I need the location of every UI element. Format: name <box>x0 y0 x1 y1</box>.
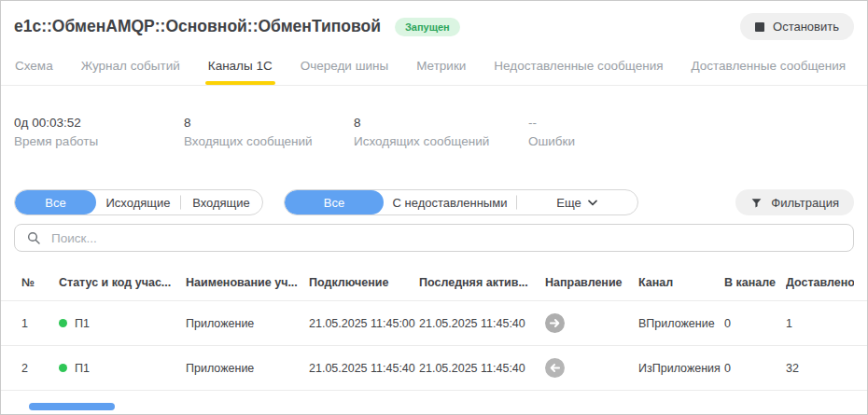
row-status: П1 <box>59 362 186 375</box>
stat-outgoing-value: 8 <box>354 116 528 131</box>
delivery-filter-all[interactable]: Все <box>285 190 384 214</box>
direction-icon <box>545 358 638 378</box>
delivery-filter-undelivered[interactable]: С недоставленными <box>384 190 516 214</box>
col-status-code[interactable]: Статус и код учас... <box>59 276 186 289</box>
table-row[interactable]: 1 П1 Приложение 21.05.2025 11:45:00 21.0… <box>1 301 867 346</box>
stat-incoming-value: 8 <box>184 116 354 131</box>
arrow-left-circle-icon <box>545 358 565 378</box>
participant-code: П1 <box>75 362 90 375</box>
col-delivered[interactable]: Доставлено <box>786 276 854 289</box>
stop-button-label: Остановить <box>773 20 839 34</box>
search-box <box>14 224 854 252</box>
participant-code: П1 <box>75 317 90 330</box>
col-name[interactable]: Наименование уч... <box>186 276 309 289</box>
status-dot-icon <box>59 364 67 372</box>
channel-name: ИзПриложения <box>638 362 724 375</box>
delivery-filter-more[interactable]: Еще <box>516 190 637 214</box>
stat-outgoing-label: Исходящих сообщений <box>354 134 528 149</box>
status-badge: Запущен <box>395 18 460 36</box>
delivery-filter-more-label: Еще <box>556 196 581 210</box>
title-wrap: e1c::ОбменAMQP::Основной::ОбменТиповой З… <box>14 17 460 36</box>
last-activity-time: 21.05.2025 11:45:40 <box>419 317 545 330</box>
tab-bar: Схема Журнал событий Каналы 1С Очереди ш… <box>1 54 867 86</box>
in-channel-count: 0 <box>724 362 786 375</box>
search-icon <box>26 230 41 245</box>
tab-event-log[interactable]: Журнал событий <box>80 54 181 85</box>
direction-filter-all[interactable]: Все <box>15 190 96 214</box>
stat-incoming-label: Входящих сообщений <box>184 134 354 149</box>
tab-delivered-messages[interactable]: Доставленные сообщения <box>691 54 847 85</box>
row-status: П1 <box>59 317 186 330</box>
connection-time: 21.05.2025 11:45:00 <box>309 317 419 330</box>
tab-metrics[interactable]: Метрики <box>415 54 467 85</box>
search-row <box>14 224 854 252</box>
stat-uptime-label: Время работы <box>14 134 184 149</box>
search-input[interactable] <box>51 231 842 245</box>
exchange-monitor-panel: e1c::ОбменAMQP::Основной::ОбменТиповой З… <box>0 0 868 415</box>
stat-uptime-value: 0д 00:03:52 <box>14 116 184 131</box>
col-in-channel[interactable]: В канале <box>724 276 786 289</box>
tab-schema[interactable]: Схема <box>14 54 54 85</box>
col-last-activity[interactable]: Последняя актив... <box>419 276 545 289</box>
page-title: e1c::ОбменAMQP::Основной::ОбменТиповой <box>14 17 381 36</box>
horizontal-scrollbar-thumb[interactable] <box>29 403 115 410</box>
stat-errors: -- Ошибки <box>528 116 575 149</box>
delivered-count: 1 <box>786 317 854 330</box>
stat-errors-label: Ошибки <box>528 134 575 149</box>
delivery-filter: Все С недоставленными Еще <box>284 189 638 215</box>
table-row[interactable]: 2 П1 Приложение 21.05.2025 11:45:40 21.0… <box>1 346 867 391</box>
col-direction[interactable]: Направление <box>545 276 638 289</box>
direction-filter-outgoing[interactable]: Исходящие <box>96 190 180 214</box>
row-number: 2 <box>21 362 59 375</box>
filter-funnel-icon <box>750 197 763 209</box>
stat-errors-value: -- <box>528 116 575 131</box>
filtration-button[interactable]: Фильтрация <box>735 189 854 215</box>
participant-name: Приложение <box>186 362 309 375</box>
stat-incoming-messages: 8 Входящих сообщений <box>184 116 354 149</box>
row-number: 1 <box>21 317 59 330</box>
stats-row: 0д 00:03:52 Время работы 8 Входящих сооб… <box>1 116 867 149</box>
arrow-right-circle-icon <box>545 313 565 333</box>
connection-time: 21.05.2025 11:45:40 <box>309 362 419 375</box>
col-connection[interactable]: Подключение <box>309 276 419 289</box>
direction-icon <box>545 313 638 333</box>
direction-filter-incoming[interactable]: Входящие <box>180 190 262 214</box>
filtration-button-label: Фильтрация <box>771 196 839 210</box>
tab-undelivered-messages[interactable]: Недоставленные сообщения <box>493 54 664 85</box>
participant-name: Приложение <box>186 317 309 330</box>
in-channel-count: 0 <box>724 317 786 330</box>
direction-filter: Все Исходящие Входящие <box>14 189 263 215</box>
chevron-down-icon <box>588 200 597 206</box>
stat-uptime: 0д 00:03:52 Время работы <box>14 116 184 149</box>
stop-icon <box>755 22 764 32</box>
delivered-count: 32 <box>786 362 854 375</box>
top-bar: e1c::ОбменAMQP::Основной::ОбменТиповой З… <box>1 1 867 40</box>
status-dot-icon <box>59 319 67 327</box>
last-activity-time: 21.05.2025 11:45:40 <box>419 362 545 375</box>
col-number[interactable]: № <box>21 276 59 289</box>
channels-table: № Статус и код учас... Наименование уч..… <box>1 252 867 391</box>
stat-outgoing-messages: 8 Исходящих сообщений <box>354 116 528 149</box>
channel-name: ВПриложение <box>638 317 724 330</box>
stop-button[interactable]: Остановить <box>740 13 854 40</box>
tab-bus-queues[interactable]: Очереди шины <box>300 54 389 85</box>
col-channel[interactable]: Канал <box>638 276 724 289</box>
table-header: № Статус и код учас... Наименование уч..… <box>1 252 867 301</box>
filter-row: Все Исходящие Входящие Все С недоставлен… <box>14 189 854 215</box>
tab-channels-1c[interactable]: Каналы 1С <box>207 54 273 85</box>
